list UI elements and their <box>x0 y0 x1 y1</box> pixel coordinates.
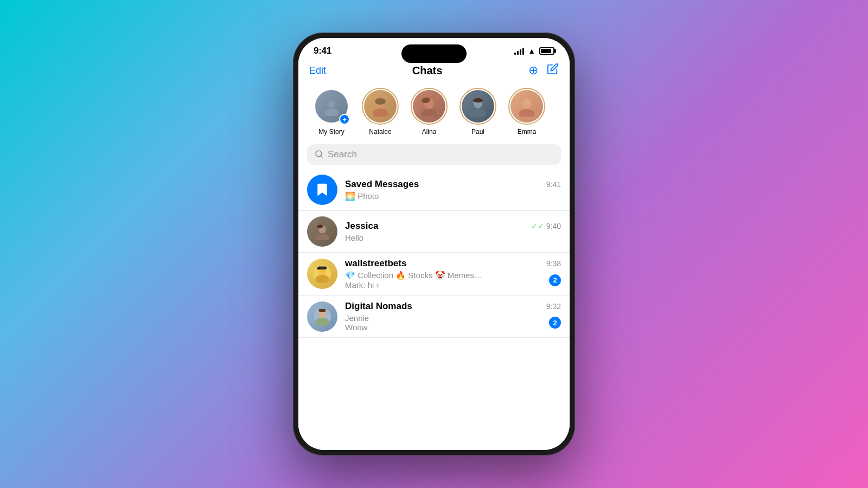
alina-avatar <box>413 90 445 123</box>
signal-bar-4 <box>522 48 524 55</box>
svg-point-16 <box>315 234 329 240</box>
svg-point-6 <box>421 109 437 117</box>
jessica-name-row: Jessica ✓✓ 9:40 <box>345 221 561 232</box>
phone-frame: 9:41 ▲ Edit Chats ⊕ <box>293 33 575 455</box>
double-check-icon: ✓✓ <box>531 222 544 230</box>
chat-item-jessica[interactable]: Jessica ✓✓ 9:40 Hello <box>298 211 570 253</box>
digital-nomads-sender: Jennie <box>345 313 529 323</box>
svg-point-3 <box>373 108 388 117</box>
add-circle-icon[interactable]: ⊕ <box>528 63 538 78</box>
saved-messages-name-row: Saved Messages 9:41 <box>345 179 561 190</box>
jessica-preview: Hello <box>345 233 363 242</box>
status-icons: ▲ <box>514 47 554 55</box>
signal-icon <box>514 48 524 55</box>
natalee-avatar-wrap <box>362 88 399 125</box>
dynamic-island <box>401 44 467 63</box>
svg-point-4 <box>375 98 386 105</box>
search-icon <box>315 150 323 160</box>
svg-point-10 <box>473 98 483 102</box>
chat-list: Saved Messages 9:41 🌅 Photo <box>298 169 570 450</box>
add-story-icon[interactable]: + <box>339 114 350 125</box>
digital-nomads-preview-row: Jennie Woow 2 <box>345 313 561 332</box>
wallstreetbets-content: wallstreetbets 9:38 💎 Collection 🔥 Stock… <box>345 258 561 290</box>
header-actions: ⊕ <box>528 63 559 78</box>
svg-rect-26 <box>319 309 326 311</box>
signal-bar-2 <box>517 51 519 55</box>
natalee-avatar <box>364 90 397 123</box>
saved-messages-preview: 🌅 Photo <box>345 191 379 201</box>
natalee-ring <box>362 88 399 125</box>
saved-messages-content: Saved Messages 9:41 🌅 Photo <box>345 179 561 201</box>
wallstreetbets-preview-text: 💎 Collection 🔥 Stocks 🤡 Memes… Mark: hi … <box>345 271 549 290</box>
saved-messages-time: 9:41 <box>546 180 561 189</box>
my-story-avatar-wrap: + <box>313 88 350 125</box>
story-name-emma: Emma <box>518 128 537 136</box>
svg-point-9 <box>470 109 486 117</box>
chat-item-wallstreetbets[interactable]: wallstreetbets 9:38 💎 Collection 🔥 Stock… <box>298 253 570 296</box>
chat-item-digital-nomads[interactable]: Digital Nomads 9:32 Jennie Woow 2 <box>298 296 570 338</box>
digital-nomads-name: Digital Nomads <box>345 301 412 312</box>
edit-button[interactable]: Edit <box>309 65 326 76</box>
wallstreetbets-unread-badge: 2 <box>549 274 561 286</box>
wallstreetbets-preview-row: 💎 Collection 🔥 Stocks 🤡 Memes… Mark: hi … <box>345 271 561 290</box>
alina-ring <box>411 88 448 125</box>
wallstreetbets-last: Mark: hi › <box>345 280 529 290</box>
paul-avatar-wrap <box>459 88 496 125</box>
chat-item-saved-messages[interactable]: Saved Messages 9:41 🌅 Photo <box>298 169 570 211</box>
jessica-name: Jessica <box>345 221 378 232</box>
emma-avatar <box>510 90 543 123</box>
signal-bar-1 <box>514 53 516 55</box>
story-name-paul: Paul <box>471 128 484 136</box>
digital-nomads-time: 9:32 <box>546 302 561 311</box>
wallstreetbets-name: wallstreetbets <box>345 258 406 269</box>
story-item-paul[interactable]: Paul <box>454 88 502 136</box>
page-title: Chats <box>412 65 443 77</box>
svg-rect-22 <box>317 267 320 269</box>
story-name-alina: Alina <box>422 128 437 136</box>
digital-nomads-preview-text: Jennie Woow <box>345 313 549 332</box>
svg-point-12 <box>519 109 535 117</box>
battery-icon <box>539 47 554 55</box>
svg-point-0 <box>328 100 335 108</box>
digital-nomads-name-row: Digital Nomads 9:32 <box>345 301 561 312</box>
story-item-my-story[interactable]: + My Story <box>307 88 356 136</box>
search-placeholder: Search <box>328 149 357 160</box>
jessica-avatar <box>307 216 337 247</box>
jessica-time-wrap: ✓✓ 9:40 <box>531 222 561 230</box>
svg-point-1 <box>324 108 339 116</box>
paul-avatar <box>462 90 494 123</box>
wallstreetbets-name-row: wallstreetbets 9:38 <box>345 258 561 269</box>
emma-avatar-wrap <box>508 88 545 125</box>
saved-messages-name: Saved Messages <box>345 179 419 190</box>
svg-point-11 <box>522 99 531 108</box>
story-item-emma[interactable]: Emma <box>502 88 551 136</box>
stories-row: + My Story <box>298 84 570 142</box>
story-name-my-story: My Story <box>318 128 344 136</box>
wallstreetbets-time: 9:38 <box>546 259 561 268</box>
saved-messages-time-wrap: 9:41 <box>546 180 561 189</box>
battery-fill <box>541 49 551 53</box>
compose-icon[interactable] <box>547 63 559 78</box>
story-item-natalee[interactable]: Natalee <box>356 88 405 136</box>
phone-screen: 9:41 ▲ Edit Chats ⊕ <box>298 38 570 450</box>
status-time: 9:41 <box>314 46 331 56</box>
jessica-content: Jessica ✓✓ 9:40 Hello <box>345 221 561 243</box>
saved-messages-avatar <box>307 175 337 205</box>
alina-avatar-wrap <box>411 88 448 125</box>
status-bar: 9:41 ▲ <box>298 38 570 59</box>
story-name-natalee: Natalee <box>369 128 391 136</box>
signal-bar-3 <box>520 49 521 55</box>
emma-ring <box>508 88 545 125</box>
wallstreetbets-tags: 💎 Collection 🔥 Stocks 🤡 Memes… <box>345 271 529 280</box>
digital-nomads-unread-badge: 2 <box>549 317 561 329</box>
paul-ring <box>459 88 496 125</box>
digital-nomads-msg: Woow <box>345 323 529 332</box>
wallstreetbets-avatar <box>307 259 337 289</box>
digital-nomads-avatar <box>307 301 337 332</box>
svg-line-14 <box>321 156 322 157</box>
jessica-time: 9:40 <box>546 222 561 230</box>
wifi-icon: ▲ <box>528 47 535 55</box>
digital-nomads-content: Digital Nomads 9:32 Jennie Woow 2 <box>345 301 561 332</box>
story-item-alina[interactable]: Alina <box>405 88 454 136</box>
search-bar[interactable]: Search <box>307 144 561 165</box>
